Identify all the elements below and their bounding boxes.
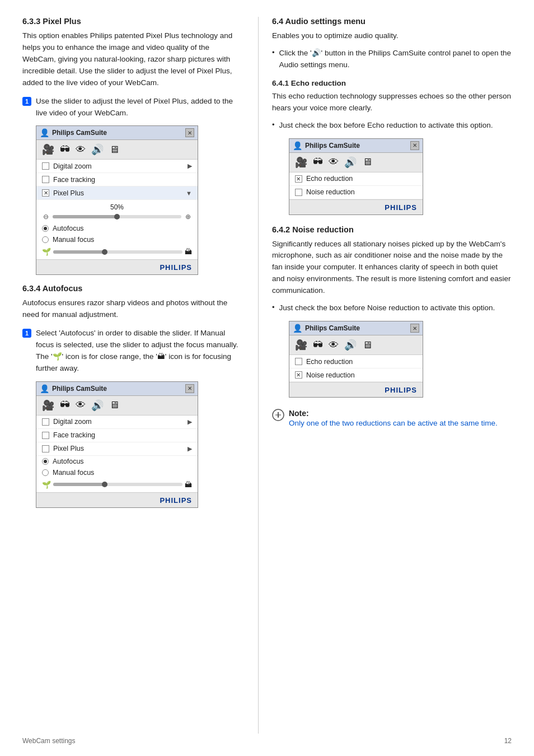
close-button-3[interactable]: ✕ [410,141,419,150]
row-face-tracking-1[interactable]: Face tracking [36,173,198,186]
label-noise-4: Noise reduction [306,371,417,379]
toolbar-2-icon-eye[interactable]: 👁 [76,399,86,411]
cam-suite-window-2: 👤 Philips CamSuite ✕ 🎥 🕶 👁 🔊 🖥 Digital [36,381,198,508]
toolbar-icon-glasses[interactable]: 🕶 [60,144,70,156]
toolbar-icon-audio[interactable]: 🔊 [91,143,104,156]
toolbar-4-icon-glasses[interactable]: 🕶 [313,339,323,351]
section-641-body: This echo reduction technology suppresse… [272,91,512,114]
toolbar-3-icon-video[interactable]: 🎥 [295,156,307,169]
bullet-text-642: Just check the box before Noise reductio… [279,302,495,314]
row-digital-zoom-1[interactable]: Digital zoom ▶ [36,160,198,173]
radio-manual-focus-btn-2[interactable] [42,469,49,476]
cam-suite-window-1: 👤 Philips CamSuite ✕ 🎥 🕶 👁 🔊 🖥 Digital [36,125,198,275]
row-digital-zoom-2[interactable]: Digital zoom ▶ [36,416,198,429]
toolbar-2-icon-video[interactable]: 🎥 [42,399,54,412]
close-button-2[interactable]: ✕ [185,384,194,393]
focus-slider-track-2[interactable]: 🌱 🏔 [42,480,192,489]
toolbar-3-icon-audio[interactable]: 🔊 [344,156,357,169]
note-text: Only one of the two reductions can be ac… [289,418,498,429]
bullet-641: • Just check the box before Echo reducti… [272,120,512,132]
arrow-digital-zoom-2: ▶ [188,418,192,426]
checkbox-echo-4[interactable] [295,358,302,365]
focus-slider-thumb-2[interactable] [102,482,107,487]
toolbar-3-icon-eye[interactable]: 👁 [329,156,339,168]
slider-track-1[interactable]: ⊖ ⊕ [42,213,192,221]
label-autofocus-1: Autofocus [53,225,84,232]
philips-logo-1: PHILIPS [160,263,192,272]
philips-logo-2: PHILIPS [160,496,192,505]
checkbox-noise-4[interactable]: ✕ [295,371,302,379]
section-64: 6.4 Audio settings menu Enables you to o… [272,17,512,71]
toolbar-2-icon-settings[interactable]: 🖥 [109,399,119,411]
toolbar-3-icon-glasses[interactable]: 🕶 [313,156,323,168]
toolbar-2: 🎥 🕶 👁 🔊 🖥 [36,396,198,416]
radio-manual-focus-2[interactable]: Manual focus [36,467,198,478]
toolbar-icon-video[interactable]: 🎥 [42,143,54,156]
section-64-heading: 6.4 Audio settings menu [272,17,512,26]
slider-thumb-1[interactable] [114,214,120,220]
bullet-dot-64: • [272,48,275,57]
checkbox-pixel-plus-2[interactable] [42,445,49,452]
toolbar-4-icon-eye[interactable]: 👁 [329,339,339,351]
row-pixel-plus-1[interactable]: ✕ Pixel Plus ▼ [36,186,198,200]
radio-manual-focus-1[interactable]: Manual focus [36,234,198,245]
titlebar-2: 👤 Philips CamSuite ✕ [36,382,198,396]
focus-close-icon: 🌱 [42,248,51,256]
focus-slider-thumb-1[interactable] [102,249,107,255]
close-button-1[interactable]: ✕ [185,128,194,137]
note-label: Note: [289,409,498,418]
radio-autofocus-btn-2[interactable] [42,458,49,465]
step-633-1: 1 Use the slider to adjust the level of … [22,96,241,119]
checkbox-noise-3[interactable] [295,189,302,196]
checkbox-face-tracking-2[interactable] [42,432,49,439]
checkbox-digital-zoom-2[interactable] [42,418,49,426]
row-face-tracking-2[interactable]: Face tracking [36,429,198,442]
toolbar-2-icon-audio[interactable]: 🔊 [91,399,104,412]
titlebar-3: 👤 Philips CamSuite ✕ [289,139,423,153]
focus-slider-bar-2[interactable] [53,483,182,486]
cam-footer-2: PHILIPS [36,492,198,507]
focus-slider-bar-1[interactable] [53,250,182,254]
checkbox-digital-zoom-1[interactable] [42,162,49,170]
section-642: 6.4.2 Noise reduction Significantly redu… [272,225,512,430]
section-634: 6.3.4 Autofocus Autofocus ensures razor … [22,284,241,508]
checkbox-pixel-plus-1[interactable]: ✕ [42,189,49,197]
window-body-3: ✕ Echo reduction Noise reduction [289,172,423,199]
radio-manual-focus-btn-1[interactable] [42,236,49,243]
toolbar-2-icon-glasses[interactable]: 🕶 [60,399,70,411]
cam-person-icon: 👤 [40,128,49,137]
section-642-body: Significantly reduces all stationary noi… [272,239,512,297]
radio-autofocus-btn-1[interactable] [42,225,49,232]
slider-minus-icon: ⊖ [42,213,50,221]
focus-slider-track-1[interactable]: 🌱 🏔 [42,248,192,256]
checkbox-echo-3[interactable]: ✕ [295,175,302,183]
toolbar-4-icon-video[interactable]: 🎥 [295,339,307,351]
label-face-tracking-2: Face tracking [53,431,192,439]
row-echo-reduction-3[interactable]: ✕ Echo reduction [289,172,423,186]
radio-autofocus-1[interactable]: Autofocus [36,223,198,234]
row-noise-reduction-4[interactable]: ✕ Noise reduction [289,368,423,382]
toolbar-3-icon-settings[interactable]: 🖥 [362,156,372,168]
label-manual-focus-2: Manual focus [53,469,94,477]
section-633: 6.3.3 Pixel Plus This option enables Phi… [22,17,241,275]
footer-left: WebCam settings [22,737,75,745]
radio-autofocus-2[interactable]: Autofocus [36,456,198,467]
close-button-4[interactable]: ✕ [410,324,419,333]
toolbar-4-icon-settings[interactable]: 🖥 [362,339,372,351]
step-634-1-text: Select 'Autofocus' in order to disable t… [36,328,241,375]
checkbox-face-tracking-1[interactable] [42,176,49,183]
row-echo-reduction-4[interactable]: Echo reduction [289,355,423,368]
toolbar-icon-eye[interactable]: 👁 [76,144,86,156]
left-column: 6.3.3 Pixel Plus This option enables Phi… [22,17,258,734]
footer-right: 12 [504,737,512,745]
toolbar-1: 🎥 🕶 👁 🔊 🖥 [36,140,198,160]
row-pixel-plus-2[interactable]: Pixel Plus ▶ [36,442,198,456]
right-column: 6.4 Audio settings menu Enables you to o… [258,17,512,734]
slider-bar-1[interactable] [53,215,181,218]
row-noise-reduction-3[interactable]: Noise reduction [289,186,423,199]
toolbar-icon-settings[interactable]: 🖥 [109,144,119,156]
philips-logo-4: PHILIPS [385,386,417,394]
toolbar-4-icon-audio[interactable]: 🔊 [344,339,357,351]
bullet-642: • Just check the box before Noise reduct… [272,302,512,314]
arrow-pixel-plus-1: ▼ [186,190,192,197]
